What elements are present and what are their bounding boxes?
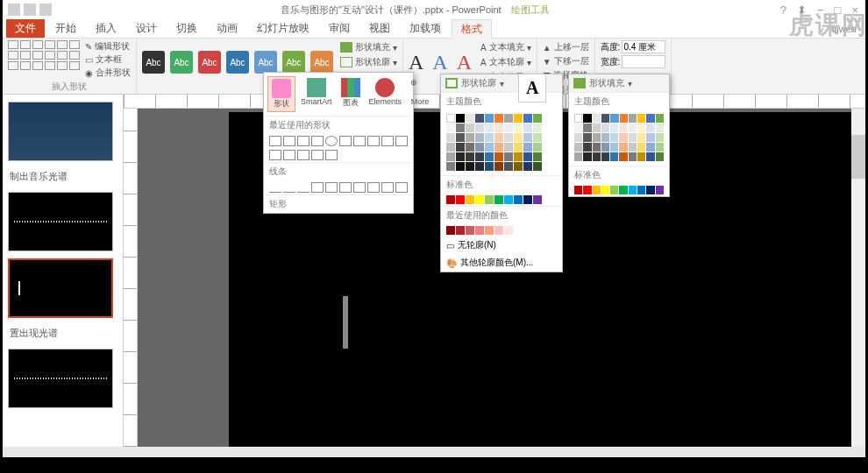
color-swatch[interactable] [514,195,523,204]
shape-item[interactable] [283,136,295,146]
color-swatch[interactable] [619,133,627,142]
shape-item[interactable] [269,136,281,146]
color-swatch[interactable] [494,226,503,235]
color-swatch[interactable] [523,162,532,171]
color-swatch[interactable] [656,143,664,152]
shape-item[interactable] [381,136,394,146]
tab-insert[interactable]: 插入 [87,19,125,38]
shape-rectangle[interactable] [343,296,348,349]
color-swatch[interactable] [485,152,494,161]
color-swatch[interactable] [610,133,618,142]
color-swatch[interactable] [533,195,542,204]
color-swatch[interactable] [656,152,664,161]
color-swatch[interactable] [629,143,637,152]
color-swatch[interactable] [456,226,465,235]
color-swatch[interactable] [619,186,627,194]
tab-transitions[interactable]: 切换 [167,19,206,38]
color-swatch[interactable] [523,114,532,123]
color-swatch[interactable] [637,124,645,132]
color-swatch[interactable] [466,152,474,161]
user-name[interactable]: qiwen [831,24,857,34]
text-box-button[interactable]: ▭文本框 [85,53,131,66]
color-swatch[interactable] [637,186,645,194]
shape-item[interactable] [325,136,338,146]
color-swatch[interactable] [494,195,503,204]
color-swatch[interactable] [504,226,513,235]
shape-item[interactable] [381,182,394,193]
color-swatch[interactable] [523,195,532,204]
shape-item[interactable] [311,136,324,146]
color-swatch[interactable] [601,186,609,194]
color-swatch[interactable] [574,133,582,142]
scrollbar-vertical[interactable] [851,109,865,447]
color-swatch[interactable] [574,114,582,123]
tab-animations[interactable]: 动画 [208,19,246,38]
color-swatch[interactable] [533,114,542,123]
color-swatch[interactable] [601,124,609,132]
color-swatch[interactable] [533,162,542,171]
color-swatch[interactable] [475,162,484,171]
shape-item[interactable] [297,182,309,193]
color-swatch[interactable] [446,114,455,123]
color-swatch[interactable] [446,162,455,171]
color-swatch[interactable] [456,152,465,161]
tab-home[interactable]: 开始 [46,19,85,38]
shape-style-4[interactable]: Abc [226,51,249,74]
tab-file[interactable]: 文件 [6,19,45,38]
color-swatch[interactable] [593,124,601,132]
color-swatch[interactable] [456,133,465,142]
shape-item[interactable] [297,150,309,160]
color-swatch[interactable] [456,195,465,204]
color-swatch[interactable] [456,162,465,171]
color-swatch[interactable] [601,114,609,123]
shape-style-6[interactable]: Abc [282,51,305,74]
qat-redo-icon[interactable] [39,4,52,16]
color-swatch[interactable] [475,143,484,152]
color-swatch[interactable] [485,195,494,204]
text-fill-button[interactable]: A 文本填充 ▾ [480,40,531,54]
color-swatch[interactable] [446,124,455,132]
color-swatch[interactable] [593,143,601,152]
color-swatch[interactable] [466,124,474,132]
shape-item[interactable] [395,182,408,193]
shape-style-7[interactable]: Abc [310,51,333,74]
color-swatch[interactable] [504,143,513,152]
scrollbar-horizontal[interactable] [3,447,865,457]
close-icon[interactable]: × [851,4,858,17]
color-swatch[interactable] [610,152,618,161]
shape-item[interactable] [297,136,309,146]
color-swatch[interactable] [475,226,484,235]
color-swatch[interactable] [583,124,591,132]
color-swatch[interactable] [646,152,654,161]
help-icon[interactable]: ? [780,4,786,17]
wordart-style-2[interactable]: A [432,51,447,74]
color-swatch[interactable] [629,186,637,194]
color-swatch[interactable] [583,143,591,152]
color-swatch[interactable] [574,143,582,152]
color-swatch[interactable] [637,143,645,152]
color-swatch[interactable] [593,186,601,194]
color-swatch[interactable] [446,143,455,152]
color-swatch[interactable] [646,114,654,123]
no-outline-item[interactable]: ▭无轮廓(N) [441,236,562,254]
color-swatch[interactable] [583,152,591,161]
qat-save-icon[interactable] [8,4,20,16]
color-swatch[interactable] [619,124,627,132]
color-swatch[interactable] [656,133,664,142]
color-swatch[interactable] [656,124,664,132]
color-swatch[interactable] [619,143,627,152]
color-swatch[interactable] [504,124,513,132]
color-swatch[interactable] [504,152,513,161]
color-swatch[interactable] [475,133,484,142]
shape-style-1[interactable]: Abc [142,51,165,74]
send-backward-button[interactable]: ▼ 下移一层 [543,54,589,68]
color-swatch[interactable] [446,152,455,161]
color-swatch[interactable] [446,133,455,142]
color-swatch[interactable] [646,186,654,194]
more-tab-button[interactable]: ⊕More [407,76,433,112]
color-swatch[interactable] [494,143,503,152]
color-swatch[interactable] [610,114,618,123]
color-swatch[interactable] [475,114,484,123]
color-swatch[interactable] [446,226,455,235]
shape-item[interactable] [339,136,352,146]
